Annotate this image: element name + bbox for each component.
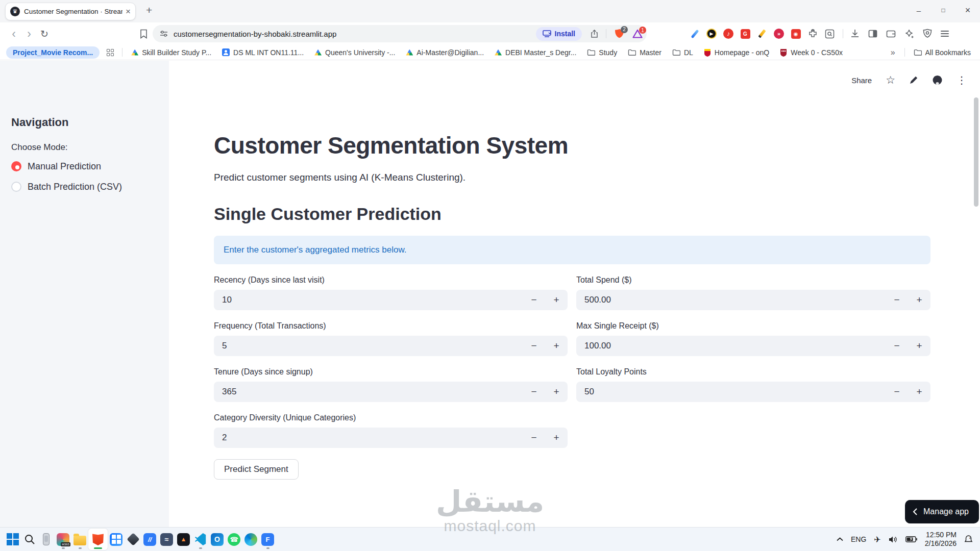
bookmark-project-movie[interactable]: Project_Movie Recom... [6, 46, 100, 59]
reload-button[interactable]: ↻ [37, 28, 52, 40]
brave-browser-icon[interactable] [88, 529, 108, 550]
rewards-shield-icon[interactable] [923, 29, 932, 39]
tray-chevron-up-icon[interactable] [837, 537, 843, 541]
tenure-input[interactable]: 365 − + [214, 382, 568, 402]
leo-ai-sparkle-icon[interactable] [904, 29, 914, 39]
alert-extension-icon[interactable]: 1 [632, 29, 643, 38]
bookmark-debi-master[interactable]: DEBI Master_s Degr... [495, 48, 576, 57]
taskbar-search-button[interactable] [21, 529, 38, 550]
bookmark-folder-dl[interactable]: DL [672, 48, 693, 57]
forward-button[interactable]: › [21, 27, 37, 41]
menu-icon[interactable] [941, 31, 949, 37]
star-icon[interactable]: ☆ [886, 74, 895, 86]
search-box-extension-icon[interactable] [824, 29, 835, 39]
sidebar-toggle-icon[interactable] [868, 29, 877, 38]
microsoft-store-icon[interactable] [108, 529, 125, 550]
max-receipt-input[interactable]: 100.00 − + [576, 336, 930, 356]
extensions-puzzle-icon[interactable] [807, 29, 818, 39]
radio-batch-prediction[interactable]: Batch Prediction (CSV) [11, 180, 169, 193]
files-f-app-icon[interactable]: F [259, 529, 276, 550]
outlook-icon[interactable]: O [209, 529, 226, 550]
loyalty-minus-button[interactable]: − [886, 382, 908, 402]
recency-plus-button[interactable]: + [545, 290, 568, 310]
address-bar[interactable]: customersegmentation-by-shobaki.streamli… [153, 25, 647, 42]
total-spend-plus-button[interactable]: + [908, 290, 930, 310]
windows-start-button[interactable] [4, 529, 21, 550]
minimize-button[interactable]: – [906, 0, 931, 20]
category-minus-button[interactable]: − [523, 428, 545, 448]
bookmark-queens-university[interactable]: Queen's University -... [314, 48, 395, 57]
fast-forward-extension-icon[interactable]: » [774, 29, 784, 39]
media-extension-icon[interactable]: ◉ [791, 29, 801, 39]
tenure-minus-button[interactable]: − [523, 382, 545, 402]
page-scrollbar-thumb[interactable] [974, 97, 978, 207]
tenure-plus-button[interactable]: + [545, 382, 568, 402]
edit-pencil-icon[interactable] [909, 76, 918, 85]
edge-icon[interactable] [242, 529, 259, 550]
volume-icon[interactable] [889, 536, 898, 543]
share-page-icon[interactable] [590, 30, 599, 38]
video-player-extension-icon[interactable]: ▶ [706, 29, 717, 39]
app-menu-icon[interactable]: ⋮ [957, 74, 967, 86]
m365-app-icon[interactable] [55, 529, 71, 550]
recency-input[interactable]: 10 − + [214, 290, 568, 310]
whatsapp-icon[interactable]: ☎ [226, 529, 242, 550]
max-receipt-plus-button[interactable]: + [908, 336, 930, 356]
bookmark-ds-ml-int[interactable]: DS ML INT ON11.11... [222, 48, 304, 57]
loyalty-points-input[interactable]: 50 − + [576, 382, 930, 402]
apps-grid-icon[interactable] [107, 49, 114, 56]
radio-manual-prediction[interactable]: Manual Prediction [11, 160, 169, 173]
category-plus-button[interactable]: + [545, 428, 568, 448]
peak-app-icon[interactable]: ▲ [175, 529, 192, 550]
total-spend-input[interactable]: 500.00 − + [576, 290, 930, 310]
loyalty-plus-button[interactable]: + [908, 382, 930, 402]
site-settings-icon[interactable] [160, 30, 168, 38]
radio-selected-icon[interactable] [11, 161, 21, 171]
marker-extension-icon[interactable] [757, 29, 767, 39]
red-square-extension-icon[interactable]: G [740, 29, 750, 39]
obsidian-app-icon[interactable] [125, 529, 141, 550]
share-button[interactable]: Share [851, 76, 872, 85]
radio-unselected-icon[interactable] [11, 182, 21, 192]
file-explorer-icon[interactable] [71, 529, 88, 550]
new-tab-button[interactable]: + [146, 4, 152, 16]
bookmark-ai-master[interactable]: Ai-Master@Digilian... [406, 48, 484, 57]
data-tool-app-icon[interactable]: ≈ [158, 529, 175, 550]
bookmark-this-icon[interactable] [140, 29, 148, 39]
language-indicator[interactable]: ENG [851, 535, 866, 543]
dev-slashes-app-icon[interactable]: // [141, 529, 158, 550]
install-app-button[interactable]: Install [536, 27, 582, 41]
bookmark-homepage-onq[interactable]: Homepage - onQ [704, 48, 769, 57]
url-text[interactable]: customersegmentation-by-shobaki.streamli… [174, 30, 536, 38]
brave-shield-icon[interactable]: 2 [615, 29, 624, 39]
tab-close-icon[interactable]: × [126, 7, 131, 17]
airplane-mode-icon[interactable]: ✈ [874, 535, 880, 544]
all-bookmarks-button[interactable]: All Bookmarks [914, 48, 971, 57]
max-receipt-minus-button[interactable]: − [886, 336, 908, 356]
manage-app-button[interactable]: Manage app [905, 500, 979, 523]
phone-link-icon[interactable] [38, 529, 55, 550]
category-diversity-input[interactable]: 2 − + [214, 428, 568, 448]
predict-segment-button[interactable]: Predict Segment [214, 459, 299, 480]
bookmarks-overflow-icon[interactable]: » [891, 48, 895, 57]
total-spend-minus-button[interactable]: − [886, 290, 908, 310]
frequency-minus-button[interactable]: − [523, 336, 545, 356]
browser-tab[interactable]: ♛ Customer Segmentation · Stream × [5, 3, 136, 20]
taskbar-clock[interactable]: 12:50 PM 2/16/2026 [925, 531, 957, 548]
battery-icon[interactable] [905, 536, 917, 542]
music-extension-icon[interactable]: ♪ [723, 29, 733, 39]
github-icon[interactable] [932, 75, 943, 85]
wallet-icon[interactable] [886, 30, 896, 38]
frequency-plus-button[interactable]: + [545, 336, 568, 356]
bookmark-folder-master[interactable]: Master [628, 48, 662, 57]
downloads-icon[interactable] [850, 29, 860, 38]
frequency-input[interactable]: 5 − + [214, 336, 568, 356]
bookmark-folder-study[interactable]: Study [587, 48, 617, 57]
window-close-button[interactable]: × [955, 0, 980, 20]
notification-bell-icon[interactable]: z [964, 535, 973, 544]
bookmark-skill-builder[interactable]: Skill Builder Study P... [131, 48, 211, 57]
recency-minus-button[interactable]: − [523, 290, 545, 310]
back-button[interactable]: ‹ [6, 27, 21, 41]
bookmark-cs50x[interactable]: Week 0 - CS50x [780, 48, 843, 57]
vscode-icon[interactable] [192, 529, 209, 550]
